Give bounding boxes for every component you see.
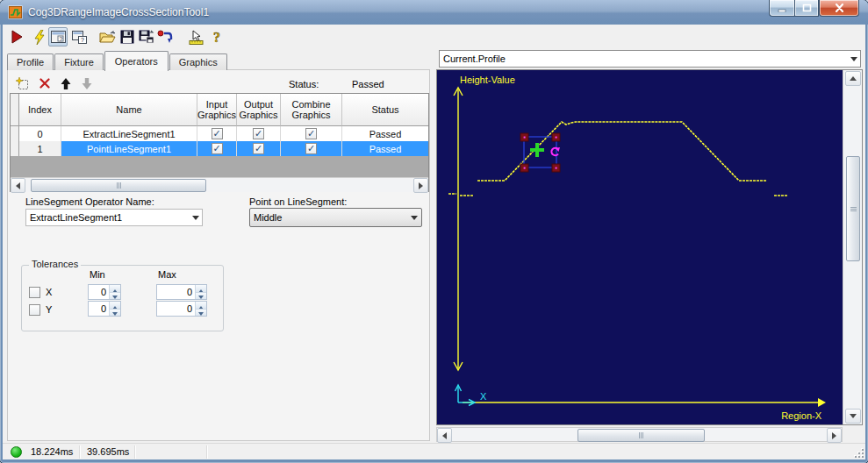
combine-graphics-checkbox[interactable] [305,128,317,139]
spin-up-button[interactable] [110,285,120,292]
profile-plot[interactable]: Height-Value Region-X X [437,70,843,424]
spin-up-button[interactable] [110,302,120,309]
record-display-icon: ? [51,31,66,43]
tolerance-x-max-spinner[interactable]: 0 [156,284,207,300]
input-graphics-checkbox[interactable] [212,128,223,139]
save-file-button[interactable] [118,27,137,46]
spin-up-button[interactable] [196,285,206,292]
scroll-thumb[interactable] [31,179,206,192]
output-graphics-checkbox[interactable] [253,128,264,139]
col-header-combine-graphics[interactable]: Combine Graphics [281,94,342,126]
row-selector[interactable] [11,141,19,156]
operator-name-label: LineSegment Operator Name: [25,196,154,207]
spinner-value[interactable]: 0 [89,302,109,316]
point-on-linesegment-label: Point on LineSegment: [249,196,347,207]
separator [206,445,207,459]
scroll-up-button[interactable] [845,71,861,86]
dropdown-zone[interactable] [847,51,860,67]
float-window-icon: ? [72,31,87,44]
scroll-left-icon [442,432,447,439]
save-as-icon [139,30,154,44]
maximize-button[interactable] [794,0,819,17]
spin-up-button[interactable] [196,302,206,309]
operator-row-0[interactable]: 0 ExtractLineSegment1 Passed [11,126,428,141]
mini-x-axis-label: X [480,391,487,402]
tolerance-x-min-spinner[interactable]: 0 [88,284,121,300]
cell-name: ExtractLineSegment1 [61,126,197,141]
lightning-icon [33,30,46,45]
scroll-thumb[interactable] [577,429,705,442]
row-selector[interactable] [11,126,19,141]
spin-down-button[interactable] [196,292,206,300]
plot-horizontal-scrollbar[interactable] [436,427,843,442]
scroll-left-button[interactable] [11,178,25,193]
window-title: Cog3DRangeImageCrossSectionTool1 [28,6,209,18]
add-operator-button[interactable] [13,75,31,91]
resize-grip[interactable] [852,446,864,458]
y-axis-label: Height-Value [460,75,515,85]
spin-down-button[interactable] [110,309,120,317]
reset-icon [157,30,173,44]
spin-down-button[interactable] [110,292,120,300]
minimize-button[interactable] [769,0,794,17]
run-continuous-button[interactable] [30,27,49,46]
tab-strip: Profile Fixture Operators Graphics [7,50,228,70]
col-header-index[interactable]: Index [19,94,61,126]
operator-row-1[interactable]: 1 PointLineSegment1 Passed [11,141,428,156]
tab-profile[interactable]: Profile [7,53,54,70]
chevron-down-icon [850,57,857,65]
arrow-up-icon [60,77,72,90]
tolerance-y-label: Y [46,304,52,315]
plot-vertical-scrollbar[interactable] [843,70,862,424]
record-selector-combobox[interactable]: Current.Profile [439,50,861,68]
spinner-buttons [109,302,120,316]
grid-empty-area [11,156,428,177]
input-graphics-checkbox[interactable] [212,143,223,154]
move-operator-down-button[interactable] [78,75,96,91]
close-button[interactable] [819,0,859,17]
spinner-value[interactable]: 0 [157,302,195,316]
col-header-output-graphics[interactable]: Output Graphics [237,94,281,126]
scroll-right-button[interactable] [827,428,842,443]
help-button[interactable]: ? [208,27,227,46]
spinner-value[interactable]: 0 [157,285,195,299]
scroll-left-button[interactable] [437,428,452,443]
operator-name-combobox[interactable]: ExtractLineSegment1 [25,209,203,226]
output-graphics-checkbox[interactable] [253,143,264,154]
dropdown-zone[interactable] [189,210,202,225]
tolerance-x-checkbox[interactable] [29,287,40,298]
window-controls [769,0,859,17]
delete-operator-button[interactable] [36,75,54,91]
tolerance-y-checkbox[interactable] [29,304,40,316]
scroll-right-button[interactable] [413,178,428,193]
add-operator-icon [16,77,29,90]
combine-graphics-checkbox[interactable] [305,143,317,154]
move-operator-up-button[interactable] [57,75,75,91]
run-tool-button[interactable] [7,27,26,46]
separator [134,445,135,459]
point-on-linesegment-combobox[interactable]: Middle [249,208,422,227]
svg-text:?: ? [213,30,220,45]
float-display-button[interactable]: ? [69,27,89,46]
titlebar[interactable]: Cog3DRangeImageCrossSectionTool1 [0,0,868,25]
tab-fixture[interactable]: Fixture [54,53,104,70]
spin-down-button[interactable] [196,309,206,317]
open-file-button[interactable] [97,27,117,46]
col-header-status[interactable]: Status [342,94,428,126]
col-header-name[interactable]: Name [61,94,197,126]
dropdown-zone[interactable] [406,209,421,226]
electrode-position-button[interactable] [186,27,205,46]
spinner-value[interactable]: 0 [89,285,109,299]
col-header-input-graphics[interactable]: Input Graphics [197,94,237,126]
tolerance-y-min-spinner[interactable]: 0 [88,301,121,317]
tab-graphics[interactable]: Graphics [169,53,227,70]
scroll-thumb[interactable] [846,156,860,261]
save-file-as-button[interactable] [137,27,156,46]
tolerance-y-max-spinner[interactable]: 0 [156,301,207,317]
scroll-down-button[interactable] [845,409,861,424]
grid-horizontal-scrollbar[interactable] [11,177,428,192]
reset-tool-button[interactable] [155,27,175,46]
show-current-record-button[interactable]: ? [48,27,68,46]
tab-operators[interactable]: Operators [104,51,169,71]
tab-profile-label: Profile [17,57,44,68]
